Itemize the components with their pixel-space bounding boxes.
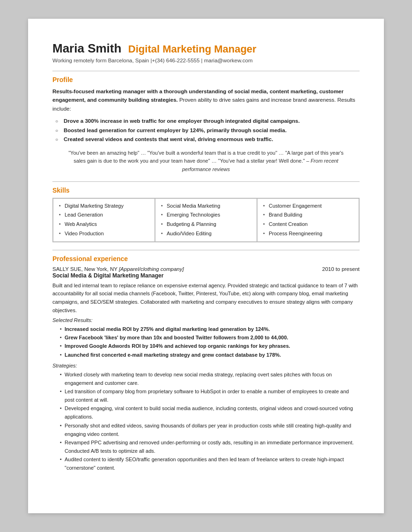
skills-list-3: Customer Engagement Brand Building Conte… <box>263 202 355 239</box>
profile-bullet-1-text: Drove a 300% increase in web traffic for… <box>64 118 300 124</box>
skill-item: Brand Building <box>263 210 355 220</box>
quote-source: From recent performance reviews <box>182 158 338 172</box>
profile-bullet-3-text: Created several videos and contests that… <box>64 136 273 142</box>
job-title-label: Social Media & Digital Marketing Manager <box>52 272 360 279</box>
header-section: Maria Smith Digital Marketing Manager Wo… <box>52 41 360 63</box>
skills-grid: Digital Marketing Strategy Lead Generati… <box>52 198 360 242</box>
skill-item: Budgeting & Planning <box>161 220 253 229</box>
strategy-bullet-3: Developed engaging, viral content to bui… <box>60 404 360 421</box>
profile-bullet-2-text: Boosted lead generation for current empl… <box>64 127 287 133</box>
skills-list-1: Digital Marketing Strategy Lead Generati… <box>59 202 151 239</box>
result-bullet-3-text: Improved Google Adwords ROI by 104% and … <box>65 343 290 349</box>
result-bullet-4: Launched first concerted e-mail marketin… <box>60 351 360 359</box>
strategy-bullet-6: Audited content to identify SEO/traffic … <box>60 455 360 472</box>
selected-results-label: Selected Results: <box>52 317 360 323</box>
job-dates: 2010 to present <box>322 266 360 272</box>
profile-bullet-3: Created several videos and contests that… <box>64 135 360 144</box>
skills-section: Skills Digital Marketing Strategy Lead G… <box>52 187 360 242</box>
strategy-bullet-2: Led transition of company blog from prop… <box>60 387 360 404</box>
strategies-bullets: Worked closely with marketing team to de… <box>60 370 360 472</box>
job-header-row: SALLY SUE, New York, NY [Apparel/clothin… <box>52 266 360 272</box>
result-bullet-4-text: Launched first concerted e-mail marketin… <box>65 352 281 358</box>
experience-title: Professional experience <box>52 255 360 262</box>
skill-item: Social Media Marketing <box>161 202 253 211</box>
skill-item: Web Analytics <box>59 220 151 229</box>
result-bullet-2-text: Grew Facebook 'likes' by more than 10x a… <box>65 335 288 340</box>
result-bullet-2: Grew Facebook 'likes' by more than 10x a… <box>60 333 360 342</box>
profile-bullet-1: Drove a 300% increase in web traffic for… <box>64 117 360 126</box>
selected-results-bullets: Increased social media ROI by 275% and d… <box>60 325 360 359</box>
skills-divider <box>52 181 360 182</box>
experience-divider <box>52 250 360 250</box>
skill-item: Process Reengineering <box>263 229 355 239</box>
profile-quote-text: "You've been an amazing help" … "You've … <box>68 150 344 172</box>
skills-col-1: Digital Marketing Strategy Lead Generati… <box>53 198 155 242</box>
strategies-label: Strategies: <box>52 363 360 368</box>
header-name-title: Maria Smith Digital Marketing Manager <box>52 41 360 56</box>
company-type: [Apparel/clothing company] <box>119 266 184 272</box>
skills-col-3: Customer Engagement Brand Building Conte… <box>257 198 359 242</box>
skill-item: Digital Marketing Strategy <box>59 202 151 211</box>
result-bullet-3: Improved Google Adwords ROI by 104% and … <box>60 342 360 350</box>
result-bullet-1: Increased social media ROI by 275% and d… <box>60 325 360 333</box>
skill-item: Video Production <box>59 229 151 239</box>
strategy-bullet-4: Personally shot and edited videos, savin… <box>60 421 360 438</box>
name: Maria Smith <box>52 41 121 55</box>
skill-item: Lead Generation <box>59 210 151 220</box>
skills-list-2: Social Media Marketing Emerging Technolo… <box>161 202 253 239</box>
job-title: Digital Marketing Manager <box>128 43 257 55</box>
header-divider <box>52 71 360 71</box>
skill-item: Customer Engagement <box>263 202 355 211</box>
experience-section: Professional experience SALLY SUE, New Y… <box>52 255 360 472</box>
skills-col-2: Social Media Marketing Emerging Technolo… <box>155 198 257 242</box>
profile-bullets-list: Drove a 300% increase in web traffic for… <box>64 117 360 144</box>
skill-item: Content Creation <box>263 220 355 229</box>
contact-info: Working remotely form Barcelona, Spain |… <box>52 58 360 63</box>
skill-item: Audio/Video Editing <box>161 229 253 239</box>
company-name: SALLY SUE, New York, NY [Apparel/clothin… <box>52 266 184 272</box>
strategy-bullet-5: Revamped PPC advertising and removed und… <box>60 438 360 455</box>
job-description: Built and led internal team to replace r… <box>52 282 360 315</box>
profile-title: Profile <box>52 76 360 83</box>
strategy-bullet-1: Worked closely with marketing team to de… <box>60 370 360 387</box>
profile-bullet-2: Boosted lead generation for current empl… <box>64 126 360 135</box>
resume-page: Maria Smith Digital Marketing Manager Wo… <box>28 19 384 513</box>
result-bullet-1-text: Increased social media ROI by 275% and d… <box>65 326 270 332</box>
profile-intro: Results-focused marketing manager with a… <box>52 87 360 113</box>
job-entry-1: SALLY SUE, New York, NY [Apparel/clothin… <box>52 266 360 472</box>
skill-item: Emerging Technologies <box>161 210 253 220</box>
profile-quote: "You've been an amazing help" … "You've … <box>52 149 360 174</box>
profile-section: Profile Results-focused marketing manage… <box>52 76 360 174</box>
skills-title: Skills <box>52 187 360 194</box>
